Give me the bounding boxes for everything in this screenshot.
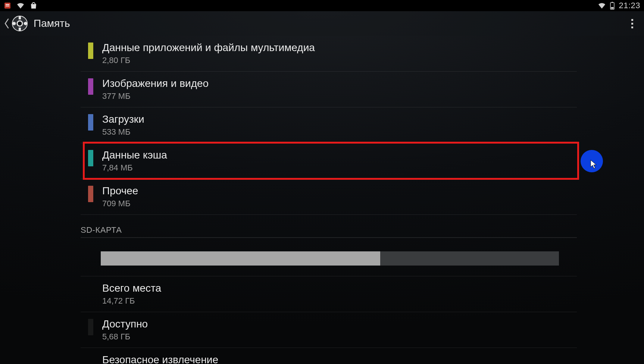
storage-row-cache[interactable]: Данные кэша 7,84 МБ	[81, 143, 577, 179]
shopping-bag-icon	[30, 2, 37, 9]
status-bar: 21:23	[0, 0, 644, 11]
color-swatch-icon	[88, 186, 93, 202]
menu-dot-icon	[631, 23, 633, 25]
wifi-icon	[16, 2, 25, 9]
svg-rect-4	[612, 2, 613, 3]
sd-row-eject[interactable]: Безопасное извлечение Отключить внутр. U…	[81, 348, 577, 364]
color-swatch-icon	[88, 114, 93, 131]
svg-point-7	[17, 21, 22, 26]
row-size: 14,72 ГБ	[102, 296, 577, 306]
storage-row-downloads[interactable]: Загрузки 533 МБ	[81, 107, 577, 143]
svg-rect-9	[19, 28, 21, 31]
status-clock: 21:23	[619, 1, 640, 10]
row-title: Всего места	[102, 282, 577, 295]
row-title: Изображения и видео	[102, 77, 577, 90]
row-size: 7,84 МБ	[102, 163, 577, 173]
cursor-arrow-icon	[590, 160, 598, 169]
sd-row-total[interactable]: Всего места 14,72 ГБ	[81, 276, 577, 312]
status-right: 21:23	[598, 1, 640, 10]
sd-usage-bar	[101, 251, 559, 266]
menu-dot-icon	[631, 19, 633, 21]
row-size: 2,80 ГБ	[102, 56, 577, 65]
row-size: 377 МБ	[102, 91, 577, 101]
wifi-icon	[598, 2, 606, 9]
row-title: Безопасное извлечение	[102, 353, 577, 364]
row-size: 533 МБ	[102, 127, 577, 137]
color-swatch-icon	[88, 78, 93, 95]
row-title: Доступно	[102, 317, 577, 330]
content: Данные приложений и файлы мультимедиа 2,…	[0, 36, 644, 364]
sd-row-available[interactable]: Доступно 5,68 ГБ	[81, 312, 577, 348]
sd-usage-bar-row[interactable]	[81, 238, 577, 276]
row-title: Прочее	[102, 184, 577, 197]
svg-rect-5	[611, 7, 614, 9]
storage-list: Данные приложений и файлы мультимедиа 2,…	[81, 36, 577, 364]
storage-row-apps[interactable]: Данные приложений и файлы мультимедиа 2,…	[81, 36, 577, 72]
row-title: Данные кэша	[102, 148, 577, 161]
svg-rect-2	[6, 6, 9, 6]
storage-row-images[interactable]: Изображения и видео 377 МБ	[81, 72, 577, 107]
storage-row-misc[interactable]: Прочее 709 МБ	[81, 179, 577, 215]
sd-usage-bar-fill	[101, 251, 380, 266]
status-left	[4, 2, 37, 9]
row-size: 5,68 ГБ	[102, 332, 577, 342]
svg-rect-1	[6, 4, 9, 5]
color-swatch-icon	[88, 150, 93, 166]
row-title: Загрузки	[102, 113, 577, 126]
row-title: Данные приложений и файлы мультимедиа	[102, 41, 577, 54]
action-bar: Память	[0, 11, 644, 36]
settings-icon[interactable]	[11, 15, 28, 32]
back-button[interactable]	[3, 16, 10, 31]
row-size: 709 МБ	[102, 199, 577, 208]
page-title: Память	[34, 18, 70, 29]
cursor-indicator	[581, 150, 603, 172]
svg-rect-8	[19, 16, 21, 19]
color-swatch-icon	[88, 319, 93, 335]
app-badge-icon	[4, 2, 11, 9]
section-header-sd: SD-КАРТА	[81, 215, 577, 238]
color-swatch-icon	[88, 43, 93, 59]
overflow-menu-button[interactable]	[623, 15, 641, 32]
menu-dot-icon	[631, 26, 633, 28]
battery-icon	[610, 1, 615, 10]
